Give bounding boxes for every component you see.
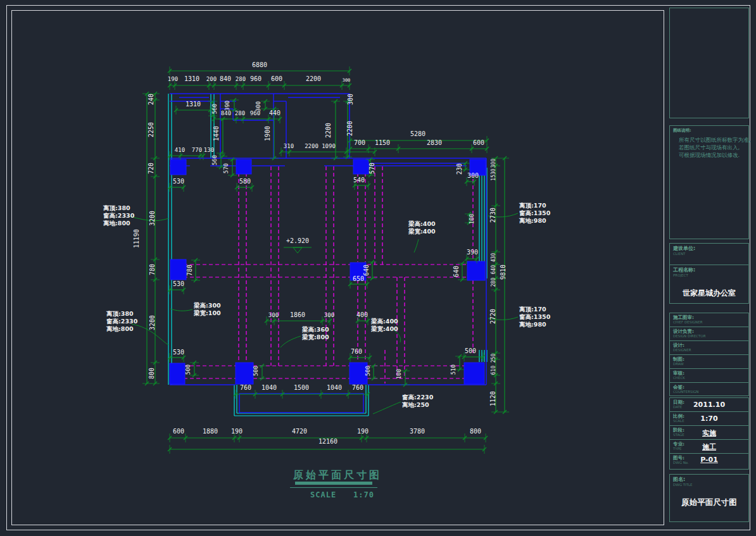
dimension-label: 760	[351, 348, 362, 355]
staff-row-label: 制图:	[673, 356, 684, 362]
staff-box: 施工图审: CHIEF DESIGNER 设计负责: DESIGN DIRECT…	[669, 313, 749, 396]
leader-line	[414, 239, 419, 252]
column	[353, 159, 369, 174]
floor-plan-canvas: 6880190131020084028096060022003002402250…	[0, 0, 756, 536]
dimension-label: 1530	[491, 168, 496, 180]
dimension-label: 190	[231, 428, 243, 435]
dimension-label: 190	[357, 428, 369, 435]
drawing-title: 原始平面尺寸图	[271, 469, 404, 482]
notes-line: 若图纸尺寸与现场有出入,	[679, 144, 740, 151]
wall-annotation: 离地:800	[103, 220, 130, 227]
wall-annotation: 梁高:300	[193, 302, 221, 309]
wall-annotation: 窗高:1350	[519, 313, 551, 320]
dimension-label: 2200	[325, 123, 332, 138]
dimension-label: 6880	[252, 61, 267, 68]
wall-annotation: 离顶:380	[106, 310, 134, 317]
dimension-label: 9810	[500, 265, 507, 280]
wall-annotation: 梁宽:100	[193, 309, 221, 316]
staff-row-label: 设计:	[673, 342, 684, 348]
wall-annotation: 梁宽:400	[370, 325, 398, 332]
dimension-label: +2.920	[286, 237, 309, 244]
client-project-box: 建设单位: CLIENT 工程名称: PROJECT 世家星城办公室	[669, 243, 749, 304]
dimension-label: 2200	[305, 143, 318, 149]
meta-row-date: 日期: DATE 2011.10	[670, 398, 748, 412]
wall-annotation: 离顶:380	[103, 204, 130, 211]
dimension-label: 440	[269, 109, 280, 116]
dimension-label: 640	[363, 265, 370, 276]
dimension-label: 300	[467, 172, 479, 179]
drawing-title-underline	[290, 487, 377, 488]
leader-line	[170, 309, 192, 311]
column	[236, 159, 251, 174]
dimension-label: 200	[206, 76, 217, 82]
dimension-label: 2200	[306, 75, 321, 82]
leader-line	[280, 336, 301, 347]
dimension-label: 3200	[149, 211, 156, 226]
column	[464, 363, 484, 384]
dimension-label: 390	[224, 101, 230, 111]
dimension-label: 760	[240, 384, 251, 391]
type-value: 施工	[670, 442, 748, 452]
drawing-title-underline-bar	[295, 482, 372, 485]
dimension-label: 1120	[489, 391, 496, 406]
client-sub: CLIENT	[673, 252, 685, 256]
dimension-label: 780	[186, 265, 193, 276]
dimension-label: 500	[465, 347, 476, 354]
staff-row-label: 设计负责:	[673, 328, 694, 334]
notes-box: 图纸说明: 所有尺寸以图纸所标数字为准, 若图纸尺寸与现场有出入, 可根据现场情…	[669, 125, 749, 239]
dimension-label: 540	[353, 177, 365, 184]
dimension-label: 300	[255, 101, 261, 111]
wall-annotation: 窗高:2330	[106, 318, 138, 325]
dimension-label: 1310	[186, 101, 201, 108]
staff-row-sub: CHECK	[673, 376, 685, 380]
dimension-label: 11190	[133, 229, 140, 248]
wall-annotation: 离地:980	[519, 321, 546, 328]
dimension-label: 700	[354, 139, 365, 146]
wall-annotation: 梁高:360	[301, 326, 329, 333]
stage-value: 实施	[670, 428, 748, 438]
drawing-name-value: 原始平面尺寸图	[670, 497, 748, 508]
wall-annotation: 离顶:170	[519, 202, 546, 209]
meta-row-type: 专业: TYPE 施工	[670, 440, 748, 454]
wall-annotation: 离地:800	[106, 325, 134, 332]
dimension-label: 100	[396, 369, 402, 379]
meta-row-scale: 比例: SCALE 1:70	[670, 412, 748, 426]
dimension-label: 400	[356, 311, 368, 318]
dimension-label: 1900	[264, 126, 271, 141]
dimension-label: 280	[491, 278, 496, 287]
staff-row: 制图: DRAW	[670, 355, 748, 369]
dimension-label: 510	[450, 365, 457, 375]
scale-value: 1:70	[353, 490, 374, 499]
dimension-label: 4720	[292, 428, 307, 435]
project-name: 世家星城办公室	[670, 288, 748, 299]
wall-annotation: 窗高:2330	[103, 212, 135, 219]
staff-row: 会签: COUNTERSIGN	[670, 383, 748, 395]
dimension-label: 310	[284, 143, 294, 149]
dimension-label: 280	[236, 76, 246, 82]
scale-label: SCALE	[310, 490, 336, 499]
wall-annotation: 窗高:1350	[519, 209, 551, 216]
drawing-name-box: 图名: DWG TITLE 原始平面尺寸图	[669, 474, 749, 522]
dimension-label: 770	[192, 147, 202, 153]
dimension-label: 3780	[410, 428, 425, 435]
staff-row-sub: DRAW	[673, 362, 684, 366]
column	[170, 363, 185, 384]
staff-row: 审核: CHECK	[670, 369, 748, 383]
dimension-label: 960	[250, 75, 261, 82]
leader-line	[293, 247, 302, 253]
dimension-label: 2720	[489, 309, 496, 324]
staff-row: 设计: DESIGNER	[670, 341, 748, 355]
dimension-label: 280	[235, 110, 245, 116]
staff-row-sub: CHIEF DESIGNER	[673, 320, 702, 324]
dimension-label: 2200	[346, 121, 353, 136]
dimension-label: 500	[365, 366, 371, 376]
date-value: 2011.10	[670, 401, 748, 409]
staff-row-label: 审核:	[673, 370, 684, 376]
meta-row-dwgno: 图号: DWG No. P-01	[670, 454, 748, 466]
client-label: 建设单位:	[673, 246, 695, 251]
dimension-label: 640	[491, 265, 496, 275]
dimension-label: 1860	[290, 311, 305, 318]
dimension-label: 2730	[489, 208, 496, 223]
column	[236, 363, 253, 384]
wall-annotation: 梁宽:800	[301, 333, 329, 340]
